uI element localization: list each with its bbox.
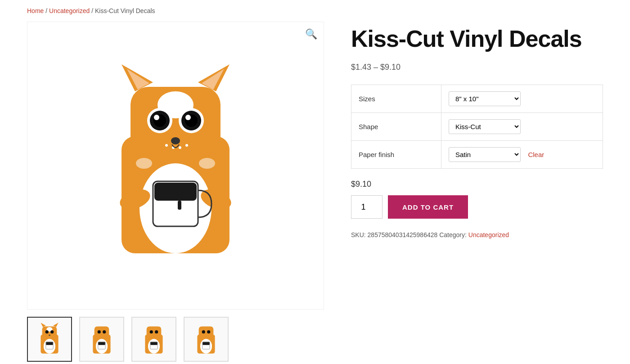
svg-point-42 <box>98 330 101 333</box>
breadcrumb: Home / Uncategorized / Kiss-Cut Vinyl De… <box>0 0 630 22</box>
thumbnail-2[interactable] <box>79 317 124 362</box>
thumbnail-1[interactable] <box>27 317 72 362</box>
product-image <box>94 55 256 276</box>
sizes-select[interactable]: 8" x 10" 2" x 2" 3" x 3" 4" x 4" 5" x 5"… <box>449 91 521 106</box>
svg-point-15 <box>185 115 191 120</box>
svg-point-36 <box>49 335 50 336</box>
sku-value: 28575804031425986428 <box>368 231 438 238</box>
options-table: Sizes 8" x 10" 2" x 2" 3" x 3" 4" x 4" 5… <box>351 85 603 169</box>
zoom-icon[interactable]: 🔍 <box>305 28 317 40</box>
sizes-row: Sizes 8" x 10" 2" x 2" 3" x 3" 4" x 4" 5… <box>351 85 603 113</box>
thumbnail-3[interactable] <box>131 317 176 362</box>
current-price: $9.10 <box>351 180 603 189</box>
paper-finish-select[interactable]: Satin Glossy Matte <box>449 147 521 162</box>
product-layout: 🔍 <box>0 22 630 364</box>
product-info: Kiss-Cut Vinyl Decals $1.43 – $9.10 Size… <box>351 22 603 238</box>
svg-rect-41 <box>94 326 109 338</box>
svg-rect-59 <box>202 342 209 345</box>
paper-finish-label: Paper finish <box>351 141 441 169</box>
product-title: Kiss-Cut Vinyl Decals <box>351 26 603 52</box>
paper-finish-row: Paper finish Satin Glossy Matte Clear <box>351 141 603 169</box>
quantity-input[interactable] <box>351 195 382 219</box>
breadcrumb-current: Kiss-Cut Vinyl Decals <box>95 7 155 14</box>
svg-point-34 <box>45 330 49 333</box>
shape-select[interactable]: Kiss-Cut Die-Cut <box>449 119 521 134</box>
svg-point-19 <box>179 146 181 149</box>
svg-point-16 <box>171 137 180 144</box>
purchase-row: ADD TO CART <box>351 195 603 219</box>
svg-point-20 <box>185 144 188 147</box>
svg-point-26 <box>136 158 152 169</box>
svg-rect-38 <box>46 342 53 345</box>
svg-point-56 <box>202 330 205 333</box>
price-range: $1.43 – $9.10 <box>351 63 603 72</box>
category-label: Category: <box>439 231 468 238</box>
svg-point-35 <box>50 330 54 333</box>
sizes-label: Sizes <box>351 85 441 113</box>
category-link[interactable]: Uncategorized <box>468 231 509 238</box>
thumbnail-strip <box>27 317 324 362</box>
svg-point-17 <box>165 144 168 147</box>
breadcrumb-uncategorized-link[interactable]: Uncategorized <box>49 7 90 14</box>
svg-rect-45 <box>98 342 105 345</box>
svg-rect-25 <box>178 201 181 210</box>
svg-rect-48 <box>147 326 162 338</box>
sku-label: SKU: <box>351 231 368 238</box>
thumbnail-4[interactable] <box>184 317 229 362</box>
breadcrumb-home-link[interactable]: Home <box>27 7 44 14</box>
shape-row: Shape Kiss-Cut Die-Cut <box>351 113 603 141</box>
svg-rect-24 <box>154 183 197 201</box>
clear-link[interactable]: Clear <box>528 151 544 158</box>
main-image: 🔍 <box>27 22 324 310</box>
shape-label: Shape <box>351 113 441 141</box>
svg-point-43 <box>103 330 106 333</box>
svg-rect-52 <box>150 342 157 345</box>
svg-point-57 <box>207 330 210 333</box>
svg-point-49 <box>150 330 153 333</box>
svg-point-11 <box>154 115 159 120</box>
svg-rect-55 <box>199 326 214 338</box>
product-meta: SKU: 28575804031425986428 Category: Unca… <box>351 231 603 238</box>
product-gallery: 🔍 <box>27 22 324 362</box>
add-to-cart-button[interactable]: ADD TO CART <box>388 195 468 219</box>
svg-point-27 <box>199 158 215 169</box>
svg-point-50 <box>155 330 158 333</box>
